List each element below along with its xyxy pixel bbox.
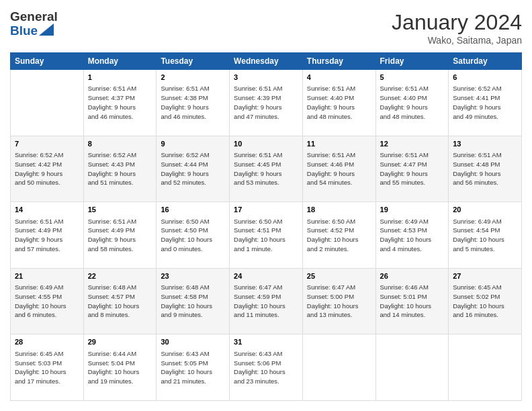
day-number: 12 [380,139,445,149]
day-info: Sunrise: 6:51 AMSunset: 4:49 PMDaylight:… [15,217,79,254]
logo-blue-row: Blue [10,24,58,38]
weekday-header: Tuesday [157,53,230,70]
day-number: 23 [161,271,225,281]
calendar-cell: 19Sunrise: 6:49 AMSunset: 4:53 PMDayligh… [375,202,449,269]
calendar-cell: 12Sunrise: 6:51 AMSunset: 4:47 PMDayligh… [375,136,449,202]
day-number: 31 [234,337,298,347]
day-info: Sunrise: 6:44 AMSunset: 5:04 PMDaylight:… [88,349,152,386]
weekday-header-row: SundayMondayTuesdayWednesdayThursdayFrid… [11,53,522,70]
day-number: 3 [234,73,298,83]
calendar-cell [375,334,449,401]
day-number: 21 [15,271,79,281]
calendar-cell [11,70,84,136]
day-info: Sunrise: 6:51 AMSunset: 4:40 PMDaylight:… [307,84,371,121]
logo-general: General [10,10,58,24]
location: Wako, Saitama, Japan [392,35,522,46]
calendar-cell [449,334,522,401]
day-info: Sunrise: 6:48 AMSunset: 4:57 PMDaylight:… [88,283,152,320]
calendar-week-row: 1Sunrise: 6:51 AMSunset: 4:37 PMDaylight… [11,70,522,136]
calendar-cell: 4Sunrise: 6:51 AMSunset: 4:40 PMDaylight… [302,70,375,136]
calendar-cell: 21Sunrise: 6:49 AMSunset: 4:55 PMDayligh… [11,268,84,334]
page: General Blue January 2024 Wako, Saitama,… [0,0,532,411]
day-info: Sunrise: 6:51 AMSunset: 4:40 PMDaylight:… [380,84,445,121]
day-number: 2 [161,73,225,83]
calendar-cell: 11Sunrise: 6:51 AMSunset: 4:46 PMDayligh… [302,136,375,202]
weekday-header: Thursday [302,53,375,70]
title-block: January 2024 Wako, Saitama, Japan [392,10,522,46]
day-info: Sunrise: 6:50 AMSunset: 4:51 PMDaylight:… [234,217,298,254]
day-info: Sunrise: 6:43 AMSunset: 5:06 PMDaylight:… [234,349,298,386]
calendar-cell: 9Sunrise: 6:52 AMSunset: 4:44 PMDaylight… [157,136,230,202]
day-info: Sunrise: 6:45 AMSunset: 5:02 PMDaylight:… [453,283,517,320]
calendar-cell: 8Sunrise: 6:52 AMSunset: 4:43 PMDaylight… [83,136,157,202]
calendar-cell: 27Sunrise: 6:45 AMSunset: 5:02 PMDayligh… [449,268,522,334]
calendar-cell: 29Sunrise: 6:44 AMSunset: 5:04 PMDayligh… [83,334,157,401]
day-number: 1 [88,73,152,83]
day-info: Sunrise: 6:51 AMSunset: 4:48 PMDaylight:… [453,150,517,187]
day-info: Sunrise: 6:51 AMSunset: 4:38 PMDaylight:… [161,84,225,121]
day-number: 16 [161,205,225,215]
day-number: 20 [453,205,517,215]
day-info: Sunrise: 6:45 AMSunset: 5:03 PMDaylight:… [15,349,79,386]
logo-icon [39,24,54,36]
day-number: 24 [234,271,298,281]
day-number: 17 [234,205,298,215]
calendar-week-row: 7Sunrise: 6:52 AMSunset: 4:42 PMDaylight… [11,136,522,202]
calendar-cell: 13Sunrise: 6:51 AMSunset: 4:48 PMDayligh… [449,136,522,202]
calendar-week-row: 28Sunrise: 6:45 AMSunset: 5:03 PMDayligh… [11,334,522,401]
day-number: 28 [15,337,79,347]
day-number: 13 [453,139,517,149]
calendar-cell: 16Sunrise: 6:50 AMSunset: 4:50 PMDayligh… [157,202,230,269]
calendar-cell: 22Sunrise: 6:48 AMSunset: 4:57 PMDayligh… [83,268,157,334]
day-number: 9 [161,139,225,149]
day-number: 26 [380,271,445,281]
day-number: 14 [15,205,79,215]
weekday-header: Saturday [449,53,522,70]
day-info: Sunrise: 6:52 AMSunset: 4:41 PMDaylight:… [453,84,517,121]
day-number: 6 [453,73,517,83]
calendar-cell: 26Sunrise: 6:46 AMSunset: 5:01 PMDayligh… [375,268,449,334]
day-number: 18 [307,205,371,215]
calendar-week-row: 21Sunrise: 6:49 AMSunset: 4:55 PMDayligh… [11,268,522,334]
day-info: Sunrise: 6:50 AMSunset: 4:50 PMDaylight:… [161,217,225,254]
calendar-week-row: 14Sunrise: 6:51 AMSunset: 4:49 PMDayligh… [11,202,522,269]
weekday-header: Sunday [11,53,84,70]
day-info: Sunrise: 6:51 AMSunset: 4:49 PMDaylight:… [88,217,152,254]
calendar-cell: 14Sunrise: 6:51 AMSunset: 4:49 PMDayligh… [11,202,84,269]
day-info: Sunrise: 6:52 AMSunset: 4:42 PMDaylight:… [15,150,79,187]
day-info: Sunrise: 6:47 AMSunset: 5:00 PMDaylight:… [307,283,371,320]
calendar-cell: 1Sunrise: 6:51 AMSunset: 4:37 PMDaylight… [83,70,157,136]
day-number: 22 [88,271,152,281]
day-info: Sunrise: 6:51 AMSunset: 4:39 PMDaylight:… [234,84,298,121]
calendar-cell: 30Sunrise: 6:43 AMSunset: 5:05 PMDayligh… [157,334,230,401]
day-info: Sunrise: 6:51 AMSunset: 4:45 PMDaylight:… [234,150,298,187]
day-number: 4 [307,73,371,83]
weekday-header: Monday [83,53,157,70]
logo-blue-text: Blue [10,24,38,38]
calendar-cell: 2Sunrise: 6:51 AMSunset: 4:38 PMDaylight… [157,70,230,136]
day-number: 10 [234,139,298,149]
day-number: 8 [88,139,152,149]
header: General Blue January 2024 Wako, Saitama,… [10,10,522,46]
calendar-cell: 15Sunrise: 6:51 AMSunset: 4:49 PMDayligh… [83,202,157,269]
month-year: January 2024 [392,10,522,35]
calendar-table: SundayMondayTuesdayWednesdayThursdayFrid… [10,52,522,401]
calendar-cell: 7Sunrise: 6:52 AMSunset: 4:42 PMDaylight… [11,136,84,202]
logo: General Blue [10,10,58,38]
day-info: Sunrise: 6:52 AMSunset: 4:44 PMDaylight:… [161,150,225,187]
day-number: 29 [88,337,152,347]
day-number: 7 [15,139,79,149]
day-info: Sunrise: 6:51 AMSunset: 4:47 PMDaylight:… [380,150,445,187]
day-info: Sunrise: 6:52 AMSunset: 4:43 PMDaylight:… [88,150,152,187]
weekday-header: Wednesday [230,53,303,70]
calendar-cell: 5Sunrise: 6:51 AMSunset: 4:40 PMDaylight… [375,70,449,136]
calendar-cell: 3Sunrise: 6:51 AMSunset: 4:39 PMDaylight… [230,70,303,136]
day-number: 15 [88,205,152,215]
calendar-cell: 24Sunrise: 6:47 AMSunset: 4:59 PMDayligh… [230,268,303,334]
day-info: Sunrise: 6:49 AMSunset: 4:54 PMDaylight:… [453,217,517,254]
day-info: Sunrise: 6:49 AMSunset: 4:55 PMDaylight:… [15,283,79,320]
calendar-cell: 20Sunrise: 6:49 AMSunset: 4:54 PMDayligh… [449,202,522,269]
calendar-cell: 23Sunrise: 6:48 AMSunset: 4:58 PMDayligh… [157,268,230,334]
day-number: 25 [307,271,371,281]
day-info: Sunrise: 6:49 AMSunset: 4:53 PMDaylight:… [380,217,445,254]
